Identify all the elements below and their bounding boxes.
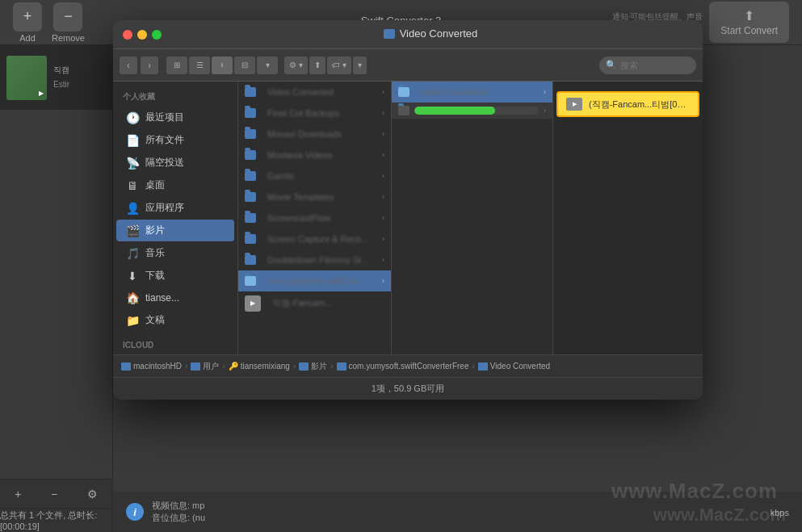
breadcrumb-sep-5: › xyxy=(472,362,475,371)
bottom-status-bar: 总共有 1 个文件, 总时长: [00:00:19] xyxy=(0,508,112,532)
file-item-6[interactable]: Movie Templates › xyxy=(238,186,391,207)
file-item-text-6: Movie Templates xyxy=(261,190,377,204)
sidebar-airdrop-label: 隔空投送 xyxy=(145,156,184,170)
file-item-1[interactable]: Video Converted › xyxy=(238,82,391,103)
folder-icon-4 xyxy=(245,150,256,160)
file-column-1: Video Converted › Final Cut Backups › Mo… xyxy=(238,82,392,354)
breadcrumb-sep-3: › xyxy=(293,362,296,371)
icon-view-button[interactable]: ⊞ xyxy=(166,57,187,74)
view-buttons: ⊞ ☰ ⫾ ⊟ ▾ xyxy=(166,57,278,74)
breadcrumb-sep-2: › xyxy=(222,362,225,371)
info-icon: i xyxy=(126,503,144,521)
file-arrow-9: › xyxy=(382,256,384,264)
dialog-title-text: Video Converted xyxy=(400,27,478,40)
folder-icon-3 xyxy=(245,129,256,139)
video-icon-11: ▶ xyxy=(245,295,261,312)
breadcrumb-item-3: 🔑 tiansemixiang xyxy=(229,362,290,371)
coverflow-view-button[interactable]: ⊟ xyxy=(234,57,255,74)
preview-column: (직캠-Fancam...티범[00].m4v xyxy=(553,82,703,354)
share-button[interactable]: ⬆ xyxy=(309,57,325,74)
gear-action-button[interactable]: ⚙ ▾ xyxy=(284,57,308,74)
search-box: 🔍 xyxy=(599,57,696,74)
add-button[interactable]: + xyxy=(13,2,42,31)
add-file-button[interactable]: + xyxy=(8,484,27,504)
sidebar-item-music[interactable]: 🎵 音乐 xyxy=(116,242,234,264)
folder-icon-progress xyxy=(398,106,409,115)
settings-button[interactable]: ⚙ xyxy=(81,484,104,504)
file-item-text-4: Movtavia Videos xyxy=(261,148,377,162)
minimize-button[interactable] xyxy=(137,30,147,40)
breadcrumb-text-3: tiansemixiang xyxy=(241,362,290,371)
breadcrumb-item-6: Video Converted xyxy=(478,362,550,371)
folder-icon-col2-1 xyxy=(398,87,409,97)
file-arrow-4: › xyxy=(382,151,384,159)
close-button[interactable] xyxy=(123,30,132,40)
add-button-group: + Add xyxy=(13,2,42,43)
file-item-7[interactable]: ScreencastFlow › xyxy=(238,207,391,228)
left-panel: 직캠 Estir + − ⚙ 总共有 1 个文件, 总时长: [00:00:19… xyxy=(0,45,113,532)
video-info-text: 视频信息: mp 音位信息: (nu xyxy=(152,500,205,524)
file-item-11[interactable]: ▶ 직캠-Fancam... xyxy=(238,291,391,315)
selected-file-item[interactable]: (직캠-Fancam...티범[00].m4v xyxy=(556,91,699,117)
file-arrow-progress: › xyxy=(544,107,546,115)
remove-file-button[interactable]: − xyxy=(44,484,64,504)
folder-icon-8 xyxy=(245,234,256,244)
more-button[interactable]: ▾ xyxy=(353,57,367,74)
sidebar-item-desktop[interactable]: 🖥 桌面 xyxy=(116,174,234,196)
breadcrumb-folder-icon-5 xyxy=(337,362,346,371)
sidebar-item-applications[interactable]: 👤 应用程序 xyxy=(116,197,234,219)
list-view-button[interactable]: ☰ xyxy=(189,57,210,74)
file-item-text-10: com.yumysoft.swiftConverter... xyxy=(261,274,377,288)
sidebar-item-downloads[interactable]: ⬇ 下载 xyxy=(116,265,234,287)
column-view-button[interactable]: ⫾ xyxy=(212,57,233,74)
sidebar-item-airdrop[interactable]: 📡 隔空投送 xyxy=(116,152,234,174)
icloud-section-label: iCloud xyxy=(113,337,237,353)
start-convert-label: Start Convert xyxy=(720,25,778,36)
file-item-text-11: 직캠-Fancam... xyxy=(266,295,384,312)
video-info-line2: 音位信息: (nu xyxy=(152,512,205,524)
sidebar-all-files-label: 所有文件 xyxy=(145,133,184,147)
maximize-button[interactable] xyxy=(152,30,162,40)
remove-button[interactable]: − xyxy=(53,2,82,31)
file-item-8[interactable]: Screen Capture & Record... › xyxy=(238,228,391,249)
dialog-titlebar: Video Converted xyxy=(113,20,703,49)
preview-thumbnail xyxy=(6,56,47,100)
view-options-button[interactable]: ▾ xyxy=(257,57,278,74)
home-icon: 🏠 xyxy=(126,291,139,304)
file-item-5[interactable]: Garrits › xyxy=(238,165,391,186)
app-window: + Add − Remove Swift Converter 3 通知·可能包括… xyxy=(0,0,802,532)
downloads-icon: ⬇ xyxy=(126,270,139,283)
sidebar-item-home[interactable]: 🏠 tianse... xyxy=(116,287,234,308)
sidebar-item-recent[interactable]: 🕐 最近项目 xyxy=(116,107,234,128)
progress-item: › xyxy=(392,103,552,119)
sidebar-item-all-files[interactable]: 📄 所有文件 xyxy=(116,129,234,151)
file-col2-item-1[interactable]: Video Converted › xyxy=(392,82,552,103)
breadcrumb-item-1: macintoshHD xyxy=(121,362,182,371)
file-item-2[interactable]: Final Cut Backups › xyxy=(238,103,391,124)
tag-button[interactable]: 🏷 ▾ xyxy=(327,57,351,74)
dialog-sidebar: 个人收藏 🕐 最近项目 📄 所有文件 📡 隔空投送 🖥 桌面 xyxy=(113,82,238,354)
file-arrow-col2-1: › xyxy=(544,88,546,96)
file-item-10[interactable]: com.yumysoft.swiftConverter... › xyxy=(238,270,391,291)
file-item-3[interactable]: Movavi Downloads › xyxy=(238,124,391,145)
breadcrumb-sep-4: › xyxy=(330,362,333,371)
file-preview: 직캠 Estir xyxy=(0,45,112,110)
file-arrow-1: › xyxy=(382,88,384,96)
start-convert-button[interactable]: ⬆ Start Convert xyxy=(709,2,789,43)
search-input[interactable] xyxy=(620,61,693,70)
sidebar-item-documents[interactable]: 📁 文稿 xyxy=(116,309,234,331)
back-nav-button[interactable]: ‹ xyxy=(120,57,137,74)
forward-nav-button[interactable]: › xyxy=(141,57,158,74)
remove-label: Remove xyxy=(52,33,85,43)
sidebar-home-label: tianse... xyxy=(145,292,179,304)
sidebar-documents-label: 文稿 xyxy=(145,313,165,327)
file-item-4[interactable]: Movtavia Videos › xyxy=(238,145,391,165)
action-buttons: ⚙ ▾ ⬆ 🏷 ▾ ▾ xyxy=(284,57,367,74)
sidebar-desktop-label: 桌面 xyxy=(145,178,165,192)
file-item-9[interactable]: Doubledown Filmony Stu... › xyxy=(238,249,391,270)
sidebar-item-movies[interactable]: 🎬 影片 xyxy=(116,220,234,241)
folder-icon xyxy=(384,29,395,39)
file-arrow-10: › xyxy=(382,277,384,285)
breadcrumb-folder-icon-4 xyxy=(299,362,309,371)
applications-icon: 👤 xyxy=(126,202,139,215)
